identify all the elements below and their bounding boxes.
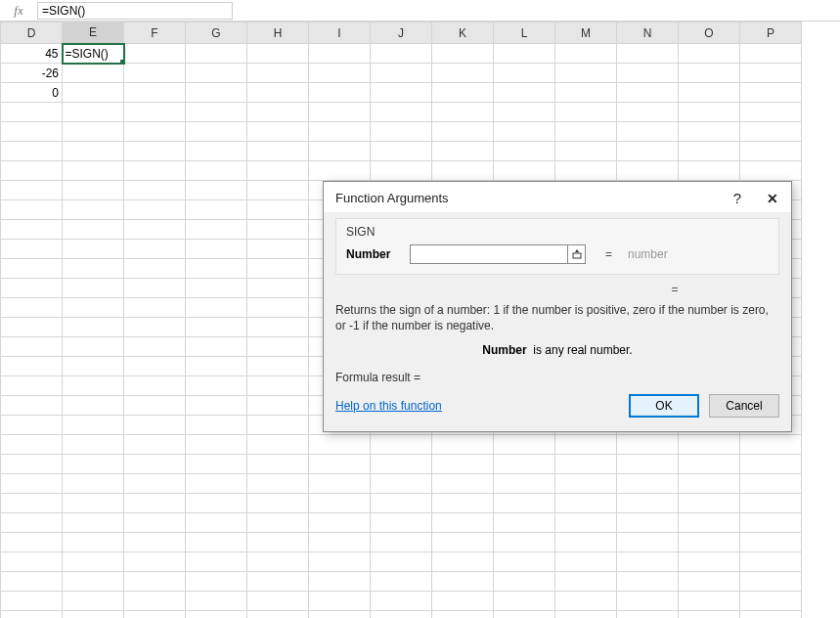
cell-L5[interactable]: [494, 122, 555, 142]
cell-F24[interactable]: [124, 494, 186, 513]
cell-J21[interactable]: [371, 435, 432, 455]
cell-M7[interactable]: [555, 161, 617, 181]
cell-N21[interactable]: [617, 435, 679, 455]
cell-E20[interactable]: [63, 416, 124, 435]
cell-P7[interactable]: [740, 161, 802, 181]
cell-F21[interactable]: [124, 435, 186, 455]
cell-G2[interactable]: [186, 64, 247, 83]
cell-E23[interactable]: [63, 474, 124, 494]
cell-E24[interactable]: [63, 494, 124, 513]
cell-H19[interactable]: [247, 396, 309, 416]
cell-F4[interactable]: [124, 103, 186, 122]
cell-E17[interactable]: [63, 357, 124, 376]
fx-icon[interactable]: fx: [6, 2, 31, 20]
cell-G16[interactable]: [186, 337, 247, 357]
cell-F18[interactable]: [124, 376, 186, 396]
cell-K7[interactable]: [432, 161, 494, 181]
cell-F28[interactable]: [124, 572, 186, 592]
cell-F30[interactable]: [124, 611, 186, 619]
cell-J5[interactable]: [371, 122, 432, 142]
cell-M23[interactable]: [555, 474, 617, 494]
cell-N22[interactable]: [617, 455, 679, 474]
cell-D8[interactable]: [1, 181, 63, 200]
cell-D21[interactable]: [1, 435, 63, 455]
cell-G12[interactable]: [186, 259, 247, 279]
cell-G15[interactable]: [186, 318, 247, 337]
cell-L23[interactable]: [494, 474, 555, 494]
cell-K30[interactable]: [432, 611, 494, 619]
cell-L25[interactable]: [494, 513, 555, 533]
cell-N30[interactable]: [617, 611, 679, 619]
cell-E22[interactable]: [63, 455, 124, 474]
cell-J1[interactable]: [371, 44, 432, 64]
cell-H18[interactable]: [247, 376, 309, 396]
cell-K22[interactable]: [432, 455, 494, 474]
cell-E6[interactable]: [63, 142, 124, 161]
cell-P22[interactable]: [740, 455, 802, 474]
cell-P2[interactable]: [740, 64, 802, 83]
cell-K26[interactable]: [432, 533, 494, 552]
cell-H6[interactable]: [247, 142, 309, 161]
column-header-P[interactable]: P: [740, 22, 802, 44]
cell-O30[interactable]: [679, 611, 740, 619]
cell-H26[interactable]: [247, 533, 309, 552]
cell-H12[interactable]: [247, 259, 309, 279]
cell-O29[interactable]: [679, 592, 740, 611]
cell-K25[interactable]: [432, 513, 494, 533]
cell-P29[interactable]: [740, 592, 802, 611]
cell-L29[interactable]: [494, 592, 555, 611]
cell-F8[interactable]: [124, 181, 186, 200]
cell-G18[interactable]: [186, 376, 247, 396]
cell-K23[interactable]: [432, 474, 494, 494]
cell-O3[interactable]: [679, 83, 740, 103]
cell-D2[interactable]: -26: [1, 64, 63, 83]
formula-input[interactable]: [37, 2, 233, 20]
cell-D16[interactable]: [1, 337, 63, 357]
cell-E7[interactable]: [63, 161, 124, 181]
cell-H23[interactable]: [247, 474, 309, 494]
column-header-O[interactable]: O: [679, 22, 740, 44]
cell-I5[interactable]: [309, 122, 371, 142]
cell-G8[interactable]: [186, 181, 247, 200]
cell-O21[interactable]: [679, 435, 740, 455]
cell-H8[interactable]: [247, 181, 309, 200]
cell-L27[interactable]: [494, 552, 555, 572]
cell-D17[interactable]: [1, 357, 63, 376]
cell-M26[interactable]: [555, 533, 617, 552]
cell-J25[interactable]: [371, 513, 432, 533]
cell-N26[interactable]: [617, 533, 679, 552]
cell-G29[interactable]: [186, 592, 247, 611]
cell-E21[interactable]: [63, 435, 124, 455]
cell-D3[interactable]: 0: [1, 83, 63, 103]
cell-I4[interactable]: [309, 103, 371, 122]
cell-E16[interactable]: [63, 337, 124, 357]
cell-M24[interactable]: [555, 494, 617, 513]
cell-N29[interactable]: [617, 592, 679, 611]
cell-L3[interactable]: [494, 83, 555, 103]
cell-G13[interactable]: [186, 279, 247, 298]
cell-I2[interactable]: [309, 64, 371, 83]
cell-E9[interactable]: [63, 200, 124, 220]
column-header-J[interactable]: J: [371, 22, 432, 44]
cell-I26[interactable]: [309, 533, 371, 552]
cell-J28[interactable]: [371, 572, 432, 592]
cell-H28[interactable]: [247, 572, 309, 592]
cell-H30[interactable]: [247, 611, 309, 619]
cell-O26[interactable]: [679, 533, 740, 552]
cell-G24[interactable]: [186, 494, 247, 513]
cell-E8[interactable]: [63, 181, 124, 200]
cell-E30[interactable]: [63, 611, 124, 619]
cell-P26[interactable]: [740, 533, 802, 552]
cell-E15[interactable]: [63, 318, 124, 337]
cell-H5[interactable]: [247, 122, 309, 142]
cell-I25[interactable]: [309, 513, 371, 533]
cell-J22[interactable]: [371, 455, 432, 474]
cell-D10[interactable]: [1, 220, 63, 240]
cell-D12[interactable]: [1, 259, 63, 279]
cell-E25[interactable]: [63, 513, 124, 533]
cell-P27[interactable]: [740, 552, 802, 572]
cell-E4[interactable]: [63, 103, 124, 122]
cell-M1[interactable]: [555, 44, 617, 64]
cell-J6[interactable]: [371, 142, 432, 161]
cell-M27[interactable]: [555, 552, 617, 572]
